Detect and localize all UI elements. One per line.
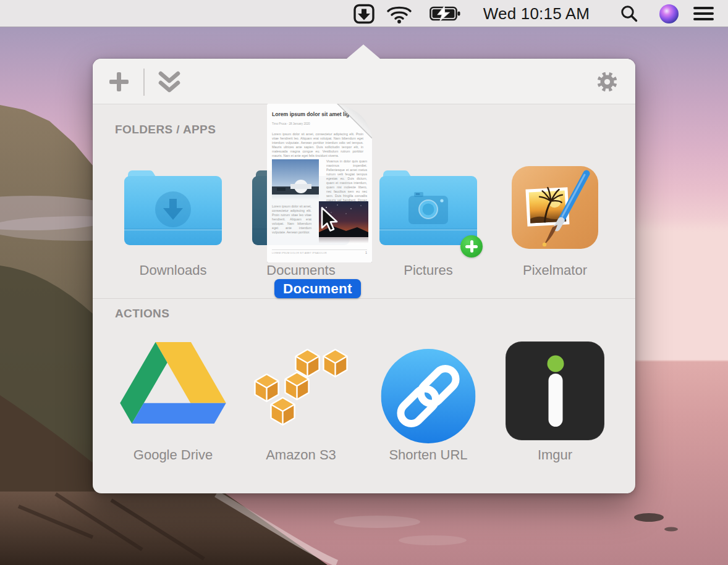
- add-to-pictures-badge: [460, 235, 483, 257]
- collapse-double-chevron-icon: [158, 71, 181, 93]
- item-label: Shorten URL: [358, 447, 498, 463]
- folder-item-pictures[interactable]: Pictures: [365, 157, 492, 287]
- observatory-photo: [272, 159, 319, 195]
- add-button[interactable]: [108, 70, 130, 96]
- dragged-document-preview[interactable]: Lorem ipsum dolor sit amet ligula Timo P…: [267, 104, 372, 262]
- photo-reflection: [272, 195, 319, 200]
- document-footer-text: LOREM IPSUM DOLOR SIT AMET IPSADOLOR: [272, 252, 327, 254]
- google-drive-icon: [120, 342, 226, 424]
- section-label-actions: ACTIONS: [115, 307, 169, 320]
- popover-toolbar: [93, 59, 635, 104]
- menu-bar: Wed 10:15 AM: [0, 0, 728, 27]
- clock-menubar-button[interactable]: Wed 10:15 AM: [475, 0, 598, 27]
- drag-type-badge: Document: [274, 279, 361, 298]
- document-paragraph: Lorem ipsum dolor sit amet, consectetur …: [272, 132, 363, 158]
- item-label: Amazon S3: [231, 447, 371, 463]
- folder-item-downloads[interactable]: Downloads: [109, 157, 237, 287]
- action-item-imgur[interactable]: Imgur: [491, 337, 619, 466]
- dropzone-tray-icon: [353, 4, 375, 24]
- document-column-right: Vivamus in dolor quis quam maximus imper…: [326, 159, 367, 207]
- wifi-menubar-button[interactable]: [383, 0, 415, 27]
- toolbar-divider: [143, 69, 145, 96]
- action-item-google-drive[interactable]: Google Drive: [109, 337, 237, 466]
- document-title: Lorem ipsum dolor sit amet ligula: [272, 112, 358, 118]
- add-icon: [108, 70, 130, 93]
- desktop: Wed 10:15 AM: [0, 0, 728, 565]
- document-footer-rule: [272, 249, 367, 250]
- wifi-icon: [386, 3, 413, 24]
- document-byline: Timo Pruca - 28 January 2020: [272, 122, 365, 125]
- collapse-button[interactable]: [158, 71, 181, 96]
- settings-gear-icon: [596, 70, 619, 93]
- popover-arrow: [347, 44, 380, 59]
- item-label: Google Drive: [103, 447, 243, 463]
- section-label-folders-apps: FOLDERS / APPS: [115, 123, 216, 136]
- item-label: Downloads: [103, 262, 243, 278]
- dropzone-menubar-button[interactable]: [350, 0, 378, 27]
- action-item-amazon-s3[interactable]: Amazon S3: [237, 337, 365, 466]
- settings-button[interactable]: [596, 70, 619, 96]
- battery-charging-icon: [430, 5, 463, 22]
- downloads-folder-icon: [124, 169, 222, 245]
- pictures-folder-icon: [379, 169, 477, 245]
- link-chain-icon: [381, 349, 476, 443]
- section-divider: [93, 298, 635, 299]
- pixelmator-app-icon: [512, 166, 598, 249]
- item-label: Pixelmator: [485, 262, 625, 278]
- item-label: Documents: [231, 262, 371, 278]
- document-column-left: Lorem ipsum dolor sit amet, consectetur …: [272, 204, 311, 235]
- photo-reflection: [319, 237, 368, 243]
- mouse-cursor: [321, 207, 341, 233]
- dropzone-popover: FOLDERS / APPS: [93, 59, 635, 493]
- item-label: Imgur: [485, 447, 625, 463]
- action-item-shorten-url[interactable]: Shorten URL: [365, 337, 492, 466]
- document-page-number: 1: [365, 251, 367, 254]
- spotlight-menubar-button[interactable]: [617, 0, 641, 27]
- amazon-s3-cubes-icon: [253, 346, 349, 430]
- battery-menubar-button[interactable]: [428, 0, 465, 27]
- menubar-clock: Wed 10:15 AM: [483, 4, 590, 23]
- drag-type-badge-label: Document: [283, 281, 352, 297]
- item-label: Pictures: [358, 262, 498, 278]
- spotlight-search-icon: [620, 4, 638, 23]
- siri-icon: [659, 4, 679, 23]
- notification-center-icon: [693, 7, 714, 20]
- imgur-icon: [506, 341, 604, 440]
- notification-center-menubar-button[interactable]: [690, 0, 717, 27]
- siri-menubar-button[interactable]: [656, 0, 681, 27]
- app-item-pixelmator[interactable]: Pixelmator: [491, 157, 619, 287]
